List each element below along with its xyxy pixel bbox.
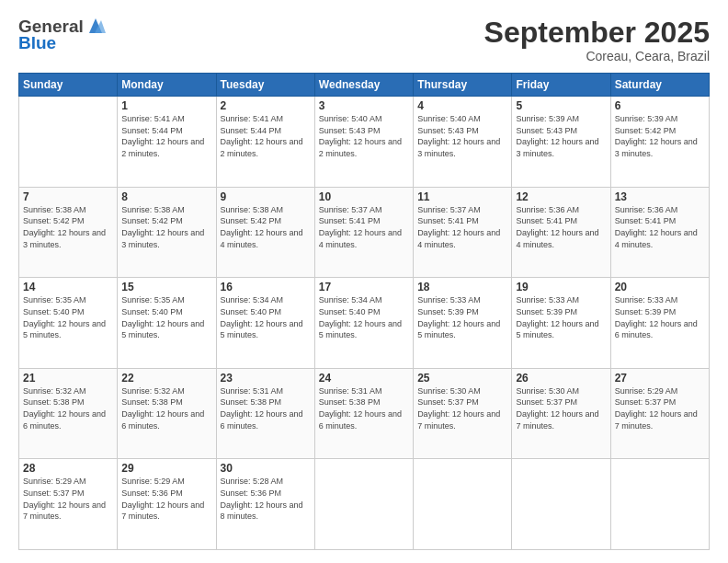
day-info: Sunrise: 5:30 AMSunset: 5:37 PMDaylight:… xyxy=(417,385,507,431)
day-info: Sunrise: 5:40 AMSunset: 5:43 PMDaylight:… xyxy=(417,113,507,159)
day-number: 13 xyxy=(615,190,705,203)
day-number: 23 xyxy=(221,372,311,385)
day-number: 10 xyxy=(319,190,409,203)
col-sunday: Sunday xyxy=(19,74,118,97)
day-info: Sunrise: 5:31 AMSunset: 5:38 PMDaylight:… xyxy=(221,385,311,431)
month-title: September 2025 xyxy=(484,17,710,49)
col-friday: Friday xyxy=(512,74,610,97)
day-info: Sunrise: 5:38 AMSunset: 5:42 PMDaylight:… xyxy=(121,204,211,250)
day-info: Sunrise: 5:29 AMSunset: 5:37 PMDaylight:… xyxy=(23,476,113,522)
day-number: 14 xyxy=(23,281,113,293)
page: General Blue September 2025 Coreau, Cear… xyxy=(0,0,728,563)
calendar-cell: 11Sunrise: 5:37 AMSunset: 5:41 PMDayligh… xyxy=(414,187,512,278)
day-info: Sunrise: 5:36 AMSunset: 5:41 PMDaylight:… xyxy=(516,204,606,250)
calendar-cell: 15Sunrise: 5:35 AMSunset: 5:40 PMDayligh… xyxy=(118,278,216,369)
location: Coreau, Ceara, Brazil xyxy=(484,49,710,63)
calendar-week-row: 21Sunrise: 5:32 AMSunset: 5:38 PMDayligh… xyxy=(19,368,710,459)
day-info: Sunrise: 5:37 AMSunset: 5:41 PMDaylight:… xyxy=(319,204,409,250)
calendar-cell: 24Sunrise: 5:31 AMSunset: 5:38 PMDayligh… xyxy=(314,368,413,459)
calendar-cell: 20Sunrise: 5:33 AMSunset: 5:39 PMDayligh… xyxy=(610,278,709,369)
day-info: Sunrise: 5:41 AMSunset: 5:44 PMDaylight:… xyxy=(221,113,311,159)
calendar-cell: 30Sunrise: 5:28 AMSunset: 5:36 PMDayligh… xyxy=(216,459,314,550)
calendar-cell: 6Sunrise: 5:39 AMSunset: 5:42 PMDaylight… xyxy=(610,97,709,188)
day-info: Sunrise: 5:34 AMSunset: 5:40 PMDaylight:… xyxy=(319,294,409,340)
calendar-cell: 28Sunrise: 5:29 AMSunset: 5:37 PMDayligh… xyxy=(19,459,118,550)
calendar-cell: 19Sunrise: 5:33 AMSunset: 5:39 PMDayligh… xyxy=(512,278,610,369)
day-info: Sunrise: 5:39 AMSunset: 5:42 PMDaylight:… xyxy=(615,113,705,159)
day-info: Sunrise: 5:29 AMSunset: 5:36 PMDaylight:… xyxy=(121,476,211,522)
day-number: 21 xyxy=(23,372,113,385)
day-number: 25 xyxy=(417,372,507,385)
day-number: 17 xyxy=(319,281,409,293)
day-number: 18 xyxy=(417,281,507,293)
calendar-cell xyxy=(414,459,512,550)
calendar-cell: 5Sunrise: 5:39 AMSunset: 5:43 PMDaylight… xyxy=(512,97,610,188)
calendar-cell: 2Sunrise: 5:41 AMSunset: 5:44 PMDaylight… xyxy=(216,97,314,188)
day-number: 20 xyxy=(615,281,705,293)
calendar-cell: 26Sunrise: 5:30 AMSunset: 5:37 PMDayligh… xyxy=(512,368,610,459)
title-block: September 2025 Coreau, Ceara, Brazil xyxy=(484,17,710,63)
calendar-cell: 4Sunrise: 5:40 AMSunset: 5:43 PMDaylight… xyxy=(414,97,512,188)
day-info: Sunrise: 5:33 AMSunset: 5:39 PMDaylight:… xyxy=(417,294,507,340)
calendar-cell: 1Sunrise: 5:41 AMSunset: 5:44 PMDaylight… xyxy=(118,97,216,188)
day-info: Sunrise: 5:32 AMSunset: 5:38 PMDaylight:… xyxy=(23,385,113,431)
header: General Blue September 2025 Coreau, Cear… xyxy=(18,17,710,63)
calendar-cell: 22Sunrise: 5:32 AMSunset: 5:38 PMDayligh… xyxy=(118,368,216,459)
day-number: 7 xyxy=(23,190,113,203)
logo-icon xyxy=(85,17,106,35)
day-number: 4 xyxy=(417,99,507,112)
calendar-cell: 23Sunrise: 5:31 AMSunset: 5:38 PMDayligh… xyxy=(216,368,314,459)
day-number: 28 xyxy=(23,462,113,475)
day-number: 22 xyxy=(121,372,211,385)
day-number: 30 xyxy=(221,462,311,475)
calendar-cell: 29Sunrise: 5:29 AMSunset: 5:36 PMDayligh… xyxy=(118,459,216,550)
calendar-cell: 8Sunrise: 5:38 AMSunset: 5:42 PMDaylight… xyxy=(118,187,216,278)
day-number: 16 xyxy=(221,281,311,293)
day-number: 9 xyxy=(221,190,311,203)
col-monday: Monday xyxy=(118,74,216,97)
day-info: Sunrise: 5:33 AMSunset: 5:39 PMDaylight:… xyxy=(615,294,705,340)
day-number: 1 xyxy=(121,99,211,112)
calendar-cell: 9Sunrise: 5:38 AMSunset: 5:42 PMDaylight… xyxy=(216,187,314,278)
logo: General Blue xyxy=(18,17,106,53)
calendar-cell: 14Sunrise: 5:35 AMSunset: 5:40 PMDayligh… xyxy=(19,278,118,369)
day-number: 2 xyxy=(221,99,311,112)
day-number: 26 xyxy=(516,372,606,385)
day-info: Sunrise: 5:38 AMSunset: 5:42 PMDaylight:… xyxy=(221,204,311,250)
day-info: Sunrise: 5:35 AMSunset: 5:40 PMDaylight:… xyxy=(23,294,113,340)
calendar-week-row: 1Sunrise: 5:41 AMSunset: 5:44 PMDaylight… xyxy=(19,97,710,188)
calendar-cell xyxy=(610,459,709,550)
calendar-cell: 27Sunrise: 5:29 AMSunset: 5:37 PMDayligh… xyxy=(610,368,709,459)
day-info: Sunrise: 5:31 AMSunset: 5:38 PMDaylight:… xyxy=(319,385,409,431)
calendar-cell: 25Sunrise: 5:30 AMSunset: 5:37 PMDayligh… xyxy=(414,368,512,459)
day-number: 15 xyxy=(121,281,211,293)
calendar-cell: 13Sunrise: 5:36 AMSunset: 5:41 PMDayligh… xyxy=(610,187,709,278)
day-info: Sunrise: 5:39 AMSunset: 5:43 PMDaylight:… xyxy=(516,113,606,159)
day-info: Sunrise: 5:41 AMSunset: 5:44 PMDaylight:… xyxy=(121,113,211,159)
calendar-cell: 17Sunrise: 5:34 AMSunset: 5:40 PMDayligh… xyxy=(314,278,413,369)
col-wednesday: Wednesday xyxy=(314,74,413,97)
calendar-week-row: 7Sunrise: 5:38 AMSunset: 5:42 PMDaylight… xyxy=(19,187,710,278)
day-info: Sunrise: 5:29 AMSunset: 5:37 PMDaylight:… xyxy=(615,385,705,431)
day-number: 27 xyxy=(615,372,705,385)
calendar-table: Sunday Monday Tuesday Wednesday Thursday… xyxy=(18,73,710,550)
day-info: Sunrise: 5:35 AMSunset: 5:40 PMDaylight:… xyxy=(121,294,211,340)
calendar-cell xyxy=(314,459,413,550)
day-number: 8 xyxy=(121,190,211,203)
calendar-cell xyxy=(19,97,118,188)
day-number: 11 xyxy=(417,190,507,203)
day-number: 6 xyxy=(615,99,705,112)
day-info: Sunrise: 5:30 AMSunset: 5:37 PMDaylight:… xyxy=(516,385,606,431)
day-number: 3 xyxy=(319,99,409,112)
calendar-cell: 21Sunrise: 5:32 AMSunset: 5:38 PMDayligh… xyxy=(19,368,118,459)
day-number: 29 xyxy=(121,462,211,475)
calendar-week-row: 14Sunrise: 5:35 AMSunset: 5:40 PMDayligh… xyxy=(19,278,710,369)
calendar-cell: 16Sunrise: 5:34 AMSunset: 5:40 PMDayligh… xyxy=(216,278,314,369)
day-info: Sunrise: 5:37 AMSunset: 5:41 PMDaylight:… xyxy=(417,204,507,250)
day-info: Sunrise: 5:36 AMSunset: 5:41 PMDaylight:… xyxy=(615,204,705,250)
day-info: Sunrise: 5:34 AMSunset: 5:40 PMDaylight:… xyxy=(221,294,311,340)
col-thursday: Thursday xyxy=(414,74,512,97)
calendar-cell: 7Sunrise: 5:38 AMSunset: 5:42 PMDaylight… xyxy=(19,187,118,278)
logo-blue: Blue xyxy=(18,33,56,53)
calendar-cell xyxy=(512,459,610,550)
